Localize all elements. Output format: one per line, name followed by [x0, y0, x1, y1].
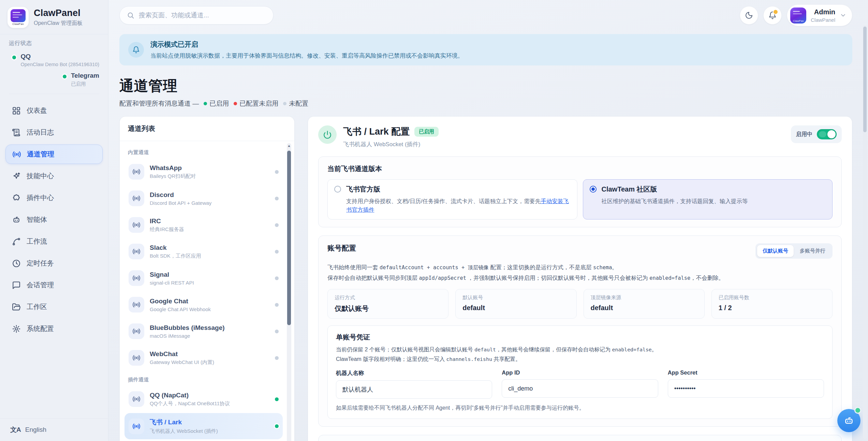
legend-dot — [283, 102, 286, 105]
credential-input[interactable] — [668, 379, 824, 398]
language-switcher[interactable]: 文A English — [0, 418, 108, 441]
option-title: 飞书官方版 — [346, 185, 571, 194]
channel-list-scrollbar[interactable]: ▲ ▼ — [287, 143, 291, 441]
enable-toggle-group: 启用中 — [791, 125, 842, 143]
sidebar-item-label: 工作区 — [27, 302, 47, 311]
assistant-fab[interactable] — [837, 409, 860, 432]
sidebar-item-sessions[interactable]: 会话管理 — [5, 275, 103, 295]
sidebar-item-agents[interactable]: 智能体 — [5, 210, 103, 229]
credentials-title: 单账号凭证 — [336, 333, 824, 342]
robot-icon — [12, 215, 21, 224]
language-label: English — [25, 426, 46, 434]
robot-icon — [843, 415, 854, 426]
channel-item[interactable]: 飞书 / Lark 飞书机器人 WebSocket (插件) — [124, 413, 283, 439]
stat-value: default — [462, 304, 569, 312]
folder-icon — [12, 303, 21, 311]
tab-default-only[interactable]: 仅默认账号 — [757, 245, 794, 257]
account-desc-1: 飞书始终使用同一套 defaultAccount + accounts + 顶层… — [327, 263, 833, 272]
status-dot — [275, 276, 279, 280]
radio-checked[interactable] — [590, 186, 597, 193]
sidebar-item-label: 会话管理 — [27, 280, 54, 290]
status-dot — [275, 303, 279, 307]
credential-field: App ID — [502, 369, 658, 399]
credentials-desc-1: 当前仍保留 2 个账号；仅默认账号视图只会编辑默认账号 default，其他账号… — [336, 346, 824, 354]
sidebar-item-skills[interactable]: 技能中心 — [5, 166, 103, 186]
radio-unchecked[interactable] — [334, 186, 341, 193]
credential-field-label: 机器人名称 — [336, 369, 492, 377]
channel-desc: Baileys QR扫码配对 — [150, 173, 196, 180]
search-input[interactable] — [139, 12, 266, 19]
sidebar-item-workspace[interactable]: 工作区 — [5, 297, 103, 317]
dashboard-icon — [12, 106, 21, 115]
credential-input[interactable] — [336, 380, 492, 399]
version-option-community[interactable]: ClawTeam 社区版 社区维护的基础飞书通道插件，支持话题回复、输入提示等 — [583, 179, 833, 219]
clock-icon — [12, 259, 21, 268]
sidebar-item-label: 仪表盘 — [27, 106, 47, 115]
status-name: QQ — [20, 53, 99, 60]
status-dot — [275, 250, 279, 254]
account-section: 账号配置 仅默认账号 多账号并行 飞书始终使用同一套 defaultAccoun… — [318, 235, 842, 427]
stat-label: 默认账号 — [462, 294, 569, 301]
sidebar-item-plugins[interactable]: 插件中心 — [5, 188, 103, 208]
channel-item[interactable]: WhatsApp Baileys QR扫码配对 — [124, 159, 283, 184]
sidebar-item-dashboard[interactable]: 仪表盘 — [5, 101, 103, 120]
channel-list: 内置通道 WhatsApp Baileys QR扫码配对 — [120, 141, 294, 441]
channel-item[interactable]: QQ (NapCat) QQ个人号，NapCat OneBot11协议 — [124, 386, 283, 412]
sidebar-item-scheduled-tasks[interactable]: 定时任务 — [5, 254, 103, 273]
channel-name: IRC — [150, 217, 184, 225]
sidebar-item-label: 系统配置 — [27, 324, 54, 333]
app-title: ClawPanel — [34, 8, 83, 18]
channel-name: Signal — [150, 271, 194, 278]
scroll-up-icon[interactable]: ▲ — [287, 143, 291, 148]
sidebar-item-system-settings[interactable]: 系统配置 — [5, 319, 103, 338]
user-menu[interactable]: ClawPan Admin ClawPanel — [787, 4, 852, 26]
gear-icon — [12, 324, 21, 333]
channel-item[interactable]: Discord Discord Bot API + Gateway — [124, 186, 283, 211]
sidebar-item-channels[interactable]: 通道管理 — [5, 145, 103, 164]
user-name: Admin — [811, 8, 835, 16]
theme-toggle-button[interactable] — [740, 6, 758, 25]
page-scrollbar[interactable] — [863, 25, 867, 439]
channel-item[interactable]: Google Chat Google Chat API Webhook — [124, 292, 283, 317]
stat-card: 顶层镜像来源 default — [584, 289, 705, 319]
clawpanel-logo-image — [11, 9, 26, 22]
channel-desc: 飞书机器人 WebSocket (插件) — [150, 428, 218, 435]
demo-mode-banner: 演示模式已开启 当前站点使用脱敏演示数据，主要用于体验界面与信息结构。修改、安装… — [119, 34, 852, 65]
channel-desc: QQ个人号，NapCat OneBot11协议 — [150, 400, 230, 407]
page-scrollbar-thumb[interactable] — [863, 27, 867, 132]
stat-label: 运行方式 — [335, 294, 441, 301]
channel-desc: Google Chat API Webhook — [150, 306, 211, 312]
sidebar-item-workflow[interactable]: 工作流 — [5, 232, 103, 251]
channel-item[interactable]: Signal signal-cli REST API — [124, 265, 283, 291]
channel-item[interactable]: Slack Bolt SDK，工作区应用 — [124, 239, 283, 264]
enabled-badge: 已启用 — [414, 127, 439, 137]
channel-item[interactable]: WebChat Gateway WebChat UI (内置) — [124, 345, 283, 370]
credential-input[interactable] — [502, 379, 658, 398]
panel-title: 飞书 / Lark 配置 — [343, 125, 410, 138]
version-section-title: 当前飞书通道版本 — [327, 164, 833, 173]
channel-item[interactable]: BlueBubbles (iMessage) macOS iMessage — [124, 319, 283, 344]
version-option-official[interactable]: 飞书官方版 支持用户身份授权、文档/日历/任务操作、流式卡片、话题独立上下文，需… — [327, 179, 577, 219]
credentials-desc-2: ClawTeam 版字段相对明确；这里仍统一写入 channels.feishu… — [336, 355, 824, 363]
legend-item: 已启用 — [204, 99, 229, 108]
channel-item[interactable]: IRC 经典IRC服务器 — [124, 212, 283, 238]
activity-log-icon — [12, 128, 21, 137]
legend-dot — [204, 102, 207, 105]
tab-multi-account[interactable]: 多账号并行 — [794, 245, 831, 257]
scrollbar-thumb[interactable] — [287, 151, 291, 325]
status-dot — [275, 356, 279, 360]
notifications-button[interactable] — [763, 6, 782, 25]
panel-header: 飞书 / Lark 配置 已启用 飞书机器人 WebSocket (插件) 启用… — [318, 125, 842, 148]
enable-toggle[interactable] — [817, 129, 837, 139]
credential-field-label: App ID — [502, 369, 658, 376]
clawpanel-logo-text: ClawPan — [12, 22, 24, 26]
page-title: 通道管理 — [119, 76, 852, 95]
status-dot — [12, 56, 16, 59]
power-icon — [318, 125, 337, 144]
page-head: 通道管理 配置和管理所有消息通道 — 已启用 已配置未启用 未配置 — [119, 76, 852, 108]
radio-waves-icon — [129, 164, 144, 180]
main-area: ClawPan Admin ClawPanel 演示模式已开启 当前站点使用脱敏… — [108, 0, 868, 441]
global-search[interactable] — [119, 6, 274, 25]
sidebar-item-activity-log[interactable]: 活动日志 — [5, 123, 103, 142]
credentials-note: 如果后续需要给不同飞书机器人分配不同 Agent，再切到“多账号并行”并手动启用… — [336, 405, 824, 412]
